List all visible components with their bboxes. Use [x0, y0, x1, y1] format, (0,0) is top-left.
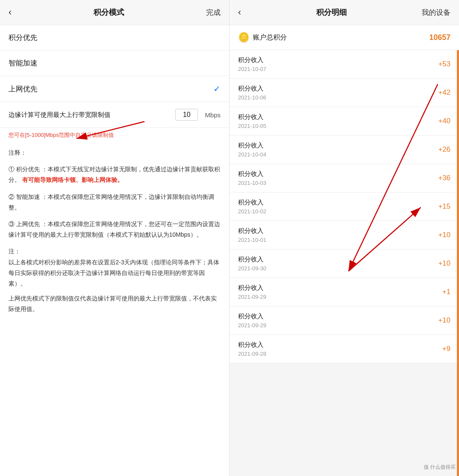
points-item-date: 2021-10-07 — [238, 66, 266, 72]
points-item-date: 2021-10-04 — [238, 151, 266, 158]
note-1-warning: 有可能导致网络卡顿、影响上网体验。 — [22, 176, 123, 183]
note-3-name: 上网优先 — [16, 221, 40, 227]
done-button[interactable]: 完成 — [206, 8, 221, 17]
points-item[interactable]: 积分收入 2021-09-29 +1 — [230, 278, 459, 306]
points-item-title: 积分收入 — [238, 113, 266, 121]
points-item-left: 积分收入 2021-09-30 — [238, 255, 266, 272]
points-item-date: 2021-10-06 — [238, 94, 266, 101]
points-item-amount: +42 — [438, 88, 450, 97]
points-item-amount: +53 — [438, 60, 450, 68]
points-item-left: 积分收入 2021-09-29 — [238, 284, 266, 300]
extra-note: 注： 以上各模式对积分影响的差异将在设置后2-3天内体现（指理论同等条件下；具体… — [8, 246, 221, 314]
option-label-zhinengjiasu: 智能加速 — [8, 58, 37, 68]
points-item-date: 2021-10-02 — [238, 208, 266, 215]
bandwidth-unit: Mbps — [205, 111, 221, 119]
left-panel: ‹ 积分模式 完成 积分优先 智能加速 上网优先 ✓ 边缘计算可使用最大上行带宽… — [0, 0, 230, 476]
points-item-title: 积分收入 — [238, 341, 266, 349]
points-item-date: 2021-10-05 — [238, 123, 266, 129]
points-item[interactable]: 积分收入 2021-10-07 +53 — [230, 50, 459, 79]
bandwidth-label: 边缘计算可使用最大上行带宽限制值 — [8, 111, 170, 119]
points-item[interactable]: 积分收入 2021-10-01 +10 — [230, 221, 459, 249]
watermark: 值 什么值得买 — [424, 464, 456, 471]
points-item-left: 积分收入 2021-10-01 — [238, 227, 266, 243]
points-item-amount: +1 — [442, 288, 450, 296]
points-item-date: 2021-10-01 — [238, 237, 266, 243]
note-2-text: ② 智能加速 ：本模式在保障您正常网络使用情况下，边缘计算限制自动均衡调整。 — [8, 192, 221, 213]
option-label-jifenyouxian: 积分优先 — [8, 33, 37, 42]
points-item[interactable]: 积分收入 2021-09-30 +10 — [230, 249, 459, 278]
option-label-shangwangyouxian: 上网优先 — [8, 84, 37, 94]
points-item-date: 2021-09-29 — [238, 322, 266, 329]
points-item[interactable]: 积分收入 2021-09-28 +9 — [230, 335, 459, 363]
total-points-row: 🪙 账户总积分 10657 — [230, 25, 459, 50]
note-3-index: ③ — [8, 221, 14, 227]
points-item[interactable]: 积分收入 2021-10-06 +42 — [230, 79, 459, 107]
points-item-amount: +10 — [438, 316, 450, 325]
points-item[interactable]: 积分收入 2021-09-29 +10 — [230, 306, 459, 335]
my-device-button[interactable]: 我的设备 — [422, 8, 450, 17]
hint-section: 您可在[5-1000]Mbps范围中自定义该限制值 — [0, 128, 229, 141]
note-2-name: 智能加速 — [16, 193, 40, 200]
points-item-left: 积分收入 2021-10-04 — [238, 142, 266, 158]
right-header: ‹ 积分明细 我的设备 — [230, 0, 459, 25]
points-item-title: 积分收入 — [238, 255, 266, 264]
points-item[interactable]: 积分收入 2021-10-03 +36 — [230, 164, 459, 193]
points-item[interactable]: 积分收入 2021-10-05 +40 — [230, 107, 459, 136]
points-item-title: 积分收入 — [238, 312, 266, 320]
points-item-left: 积分收入 2021-09-28 — [238, 341, 266, 357]
left-title: 积分模式 — [94, 7, 124, 17]
points-item-amount: +9 — [442, 345, 450, 353]
note-item-2: ② 智能加速 ：本模式在保障您正常网络使用情况下，边缘计算限制自动均衡调整。 — [8, 192, 221, 213]
bandwidth-input-wrap — [175, 109, 198, 121]
extra-note-2: 以上各模式对积分影响的差异将在设置后2-3天内体现（指理论同等条件下；具体每日实… — [8, 257, 221, 289]
total-points-value: 10657 — [429, 33, 450, 42]
note-1-index: ① — [8, 166, 14, 173]
right-border-bar — [457, 50, 459, 476]
points-item-left: 积分收入 2021-10-05 — [238, 113, 266, 129]
points-item-left: 积分收入 2021-10-02 — [238, 198, 266, 215]
hint-text: 您可在[5-1000]Mbps范围中自定义该限制值 — [0, 128, 229, 141]
bandwidth-input[interactable] — [179, 111, 194, 119]
points-item-date: 2021-09-28 — [238, 351, 266, 357]
note-1-text: ① 积分优先 ：本模式下无线宝对边缘计算无限制，优先通过边缘计算贡献获取积分。 … — [8, 164, 221, 185]
points-item-date: 2021-09-30 — [238, 265, 266, 272]
points-item-amount: +15 — [438, 202, 450, 211]
points-item-left: 积分收入 2021-09-29 — [238, 312, 266, 329]
points-item[interactable]: 积分收入 2021-10-04 +26 — [230, 136, 459, 164]
note-item-3: ③ 上网优先 ：本模式在保障您正常网络使用情况下，您还可在一定范围内设置边缘计算… — [8, 219, 221, 240]
right-back-arrow[interactable]: ‹ — [238, 7, 241, 18]
points-item-title: 积分收入 — [238, 170, 266, 178]
right-title: 积分明细 — [316, 7, 347, 17]
right-panel: ‹ 积分明细 我的设备 🪙 账户总积分 10657 积分收入 2021-10-0… — [230, 0, 459, 476]
note-3-text: ③ 上网优先 ：本模式在保障您正常网络使用情况下，您还可在一定范围内设置边缘计算… — [8, 219, 221, 240]
points-item-left: 积分收入 2021-10-03 — [238, 170, 266, 186]
note-3-desc: ：本模式在保障您正常网络使用情况下，您还可在一定范围内设置边缘计算可使用的最大上… — [8, 221, 220, 238]
points-item-title: 积分收入 — [238, 142, 266, 150]
notes-title: 注释： — [8, 147, 221, 158]
points-list-wrapper: 积分收入 2021-10-07 +53 积分收入 2021-10-06 +42 … — [230, 50, 459, 476]
points-item-date: 2021-09-29 — [238, 294, 266, 300]
coin-icon: 🪙 — [238, 32, 249, 43]
note-2-index: ② — [8, 193, 14, 200]
points-item-amount: +10 — [438, 259, 450, 268]
extra-note-1: 注： — [8, 246, 221, 257]
option-jifenyouxian[interactable]: 积分优先 — [0, 25, 229, 51]
points-list: 积分收入 2021-10-07 +53 积分收入 2021-10-06 +42 … — [230, 50, 459, 363]
bandwidth-row: 边缘计算可使用最大上行带宽限制值 Mbps — [0, 102, 229, 128]
note-block-title: 注释： — [8, 147, 221, 158]
left-content: 积分优先 智能加速 上网优先 ✓ 边缘计算可使用最大上行带宽限制值 Mbps 您… — [0, 25, 229, 476]
points-item-date: 2021-10-03 — [238, 180, 266, 186]
total-points-label: 账户总积分 — [253, 33, 426, 42]
left-back-arrow[interactable]: ‹ — [8, 7, 11, 18]
points-item[interactable]: 积分收入 2021-10-02 +15 — [230, 193, 459, 221]
points-item-title: 积分收入 — [238, 227, 266, 235]
option-shangwangyouxian[interactable]: 上网优先 ✓ — [0, 76, 229, 102]
extra-note-3: 上网优先模式下的限制值仅代表边缘计算可使用的最大上行带宽限值，不代表实际使用值。 — [8, 293, 221, 314]
option-zhinengjiasu[interactable]: 智能加速 — [0, 51, 229, 76]
note-item-1: ① 积分优先 ：本模式下无线宝对边缘计算无限制，优先通过边缘计算贡献获取积分。 … — [8, 164, 221, 185]
points-item-amount: +40 — [438, 117, 450, 125]
points-item-title: 积分收入 — [238, 56, 266, 64]
note-1-name: 积分优先 — [16, 166, 40, 173]
points-item-title: 积分收入 — [238, 198, 266, 207]
notes-section: 注释： ① 积分优先 ：本模式下无线宝对边缘计算无限制，优先通过边缘计算贡献获取… — [0, 141, 229, 321]
